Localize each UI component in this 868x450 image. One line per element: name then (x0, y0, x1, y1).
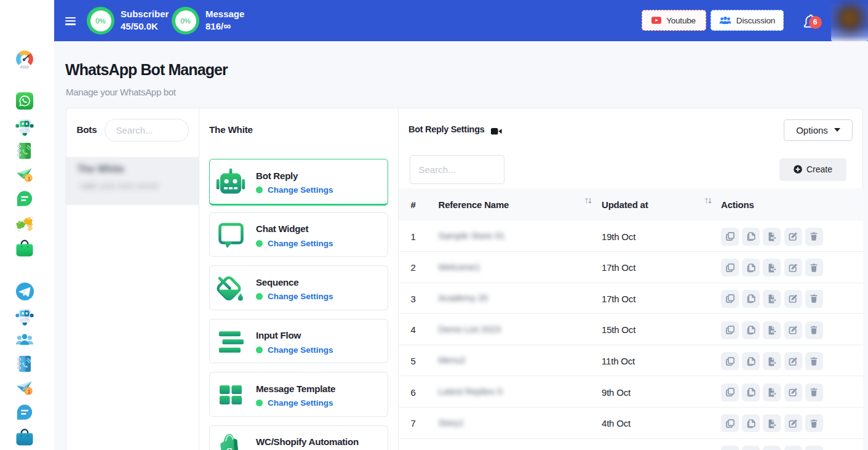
svg-text:1: 1 (28, 175, 31, 182)
svg-text:S: S (225, 446, 232, 450)
svg-text:1: 1 (28, 388, 31, 395)
